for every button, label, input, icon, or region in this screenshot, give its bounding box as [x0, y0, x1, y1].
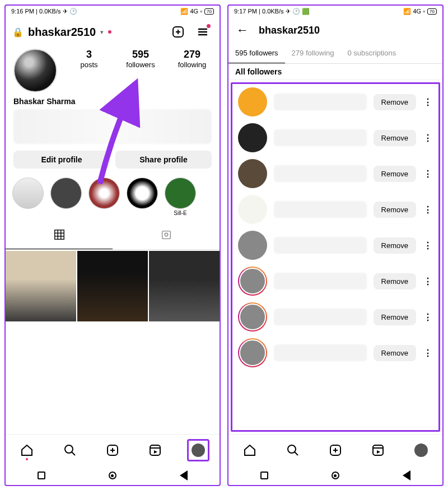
follower-avatar[interactable] [238, 302, 267, 332]
follower-avatar[interactable] [238, 338, 267, 367]
edit-profile-button[interactable]: Edit profile [13, 151, 110, 169]
system-nav [6, 466, 220, 485]
follower-name-redacted [274, 273, 367, 290]
username-switcher[interactable]: bhaskar2510 [28, 26, 96, 39]
notification-dot [207, 24, 211, 28]
stat-posts[interactable]: 3posts [69, 49, 109, 69]
all-followers-label: All followers [228, 64, 442, 80]
more-icon[interactable]: ⋮ [423, 204, 433, 215]
follower-name-redacted [274, 94, 367, 110]
remove-button[interactable]: Remove [374, 130, 416, 146]
post-thumb[interactable] [6, 251, 76, 321]
sys-home[interactable] [109, 472, 116, 479]
follower-row: Remove⋮ [232, 84, 438, 120]
nav-home-icon[interactable] [16, 439, 38, 461]
sys-back[interactable] [403, 470, 410, 480]
sys-home[interactable] [332, 472, 339, 479]
remove-button[interactable]: Remove [374, 202, 416, 218]
system-nav [228, 466, 442, 485]
stat-following[interactable]: 279following [172, 49, 212, 69]
more-icon[interactable]: ⋮ [423, 133, 433, 143]
remove-button[interactable]: Remove [374, 237, 416, 254]
nav-reels-icon[interactable] [144, 439, 166, 461]
status-bar: 9:16 PM | 0.0KB/s ✈ 🕑 📶 4G ▫ 70 [6, 6, 220, 17]
post-thumb[interactable] [77, 251, 148, 321]
nav-profile-icon[interactable] [410, 439, 432, 461]
follower-avatar[interactable] [238, 267, 267, 296]
sys-back[interactable] [180, 470, 188, 480]
create-button[interactable] [168, 22, 188, 42]
share-profile-button[interactable]: Share profile [115, 151, 212, 169]
nav-profile-icon[interactable] [187, 439, 209, 461]
nav-search-icon[interactable] [282, 439, 304, 461]
posts-grid [6, 250, 220, 323]
sys-recents[interactable] [260, 472, 268, 479]
profile-header: 🔒 bhaskar2510 ▾ [6, 17, 220, 46]
more-icon[interactable]: ⋮ [423, 312, 433, 323]
highlight[interactable] [127, 178, 158, 216]
svg-rect-18 [150, 445, 160, 455]
follower-avatar[interactable] [238, 123, 267, 152]
svg-point-13 [65, 445, 73, 453]
screenshot-profile: 9:16 PM | 0.0KB/s ✈ 🕑 📶 4G ▫ 70 🔒 bhaska… [4, 4, 221, 486]
more-icon[interactable]: ⋮ [423, 97, 433, 108]
highlight[interactable] [88, 178, 120, 216]
chevron-down-icon[interactable]: ▾ [100, 29, 104, 36]
follower-row: Remove⋮ [232, 120, 438, 156]
nav-home-icon[interactable] [239, 439, 261, 461]
highlight[interactable] [50, 178, 82, 216]
follower-name-redacted [274, 201, 367, 218]
svg-rect-11 [162, 231, 170, 239]
screenshot-followers: 9:17 PM | 0.0KB/s ✈ 🕑 🟩 📶 4G ▫ 70 ← bhas… [227, 4, 444, 486]
remove-button[interactable]: Remove [374, 273, 416, 290]
svg-line-14 [72, 452, 75, 455]
new-activity-dot [108, 30, 111, 34]
remove-button[interactable]: Remove [374, 166, 416, 182]
follower-name-redacted [274, 344, 367, 361]
lock-icon: 🔒 [12, 27, 24, 38]
follower-row: Remove⋮ [232, 156, 438, 192]
avatar[interactable] [13, 49, 57, 92]
follower-avatar[interactable] [238, 195, 267, 224]
bottom-nav [228, 434, 442, 466]
sys-recents[interactable] [38, 472, 45, 479]
nav-reels-icon[interactable] [367, 439, 389, 461]
highlights-row[interactable]: Sill-E [6, 172, 220, 220]
more-icon[interactable]: ⋮ [423, 240, 433, 251]
follower-avatar[interactable] [238, 231, 267, 260]
svg-rect-6 [54, 230, 64, 240]
highlight[interactable]: Sill-E [165, 178, 196, 216]
followers-header: ← bhaskar2510 [228, 17, 442, 43]
nav-search-icon[interactable] [59, 439, 81, 461]
stats-row: 3posts 595followers 279following [6, 46, 220, 97]
followers-list: Remove⋮ Remove⋮ Remove⋮ Remove⋮ Remove⋮ … [231, 82, 440, 432]
tab-followers[interactable]: 595 followers [228, 43, 285, 63]
highlight[interactable] [12, 178, 44, 216]
follower-row: Remove⋮ [232, 299, 438, 335]
nav-create-icon[interactable] [324, 439, 347, 461]
more-icon[interactable]: ⋮ [423, 169, 433, 179]
tab-grid[interactable] [6, 223, 113, 249]
svg-line-21 [295, 452, 298, 455]
menu-button[interactable] [193, 22, 213, 42]
stat-followers[interactable]: 595followers [121, 49, 160, 69]
svg-rect-25 [373, 445, 383, 455]
svg-point-20 [288, 445, 296, 453]
bottom-nav [6, 434, 220, 466]
remove-button[interactable]: Remove [374, 94, 416, 110]
back-icon[interactable]: ← [236, 23, 249, 38]
follower-name-redacted [274, 165, 367, 182]
remove-button[interactable]: Remove [374, 309, 416, 325]
tab-tagged[interactable] [113, 223, 220, 249]
tab-following[interactable]: 279 following [285, 43, 341, 63]
follower-avatar[interactable] [238, 87, 267, 116]
more-icon[interactable]: ⋮ [423, 276, 433, 287]
nav-create-icon[interactable] [101, 439, 124, 461]
follower-avatar[interactable] [238, 159, 267, 188]
followers-tabs: 595 followers 279 following 0 subscripti… [228, 43, 442, 64]
more-icon[interactable]: ⋮ [423, 348, 433, 358]
remove-button[interactable]: Remove [374, 345, 416, 361]
tab-subscriptions[interactable]: 0 subscriptions [341, 43, 403, 63]
post-thumb[interactable] [149, 251, 220, 321]
bio-redacted [13, 109, 212, 144]
